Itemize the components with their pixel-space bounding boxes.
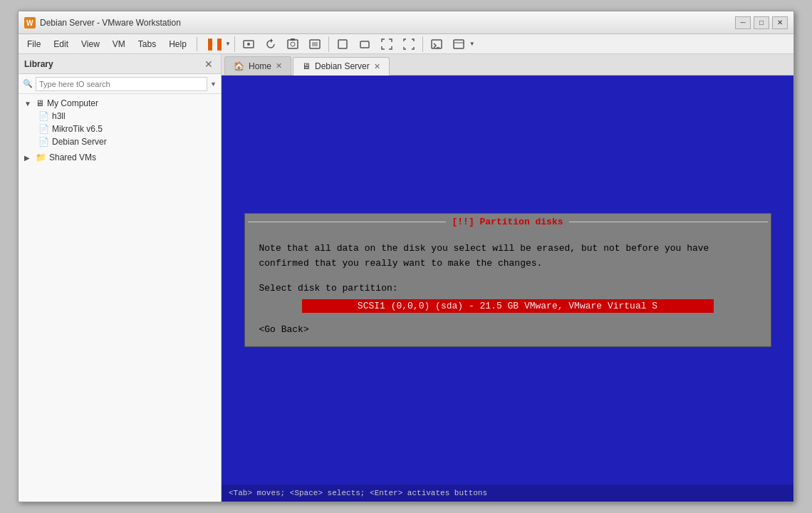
svg-rect-12 <box>432 40 442 48</box>
sidebar-close-button[interactable]: ✕ <box>202 58 215 71</box>
sidebar-header: Library ✕ <box>19 54 221 74</box>
shared-icon: 📁 <box>36 152 46 162</box>
full-screen2-button[interactable] <box>399 34 419 54</box>
expand-icon: ▼ <box>24 100 33 108</box>
dialog-select-prompt: Select disk to partition: <box>259 283 756 294</box>
svg-rect-10 <box>338 40 347 48</box>
search-dropdown-arrow[interactable]: ▼ <box>210 81 217 88</box>
shared-vms-label: Shared VMs <box>49 152 96 162</box>
dialog-disk-option[interactable]: SCSI1 (0,0,0) (sda) - 21.5 GB VMware, VM… <box>302 299 714 313</box>
menu-edit[interactable]: Edit <box>48 37 74 51</box>
vm-label-2: MikroTik v6.5 <box>52 124 103 134</box>
menu-file[interactable]: File <box>21 37 46 51</box>
status-text: <Tab> moves; <Space> selects; <Enter> ac… <box>229 489 487 497</box>
menu-view[interactable]: View <box>76 37 105 51</box>
dialog-content: Note that all data on the disk you selec… <box>245 230 771 346</box>
vm-icon-2: 📄 <box>38 124 49 134</box>
sidebar-item-mikrotik[interactable]: 📄 MikroTik v6.5 <box>19 123 221 135</box>
sidebar-title: Library <box>24 59 53 69</box>
sidebar-tree: ▼ 🖥 My Computer 📄 h3ll 📄 MikroTik v6.5 📄… <box>19 94 221 502</box>
console-button[interactable] <box>427 34 447 54</box>
vm-area: 🏠 Home ✕ 🖥 Debian Server ✕ [!!] Partitio… <box>222 54 793 502</box>
tab-home[interactable]: 🏠 Home ✕ <box>224 56 291 75</box>
svg-point-3 <box>247 43 250 46</box>
svg-text:W: W <box>26 19 33 27</box>
debian-tab-close[interactable]: ✕ <box>374 62 380 71</box>
menu-vm[interactable]: VM <box>107 37 131 51</box>
dialog-title-bar: [!!] Partition disks <box>245 214 771 230</box>
title-line-left <box>248 222 447 222</box>
svg-point-6 <box>291 42 295 46</box>
svg-rect-11 <box>360 41 369 48</box>
status-bar: <Tab> moves; <Space> selects; <Enter> ac… <box>222 484 793 502</box>
window-title: Debian Server - VMware Workstation <box>40 18 735 28</box>
debian-tab-label: Debian Server <box>315 61 370 71</box>
menu-bar: File Edit View VM Tabs Help ❚❚ ▼ <box>19 34 793 54</box>
svg-rect-14 <box>454 40 464 48</box>
my-computer-label: My Computer <box>47 98 98 108</box>
debian-tab-icon: 🖥 <box>302 61 311 71</box>
vm-icon-1: 📄 <box>38 111 49 121</box>
vm-icon-3: 📄 <box>38 137 49 147</box>
partition-dialog: [!!] Partition disks Note that all data … <box>244 213 771 347</box>
snapshot2-button[interactable] <box>305 34 325 54</box>
title-bar: W Debian Server - VMware Workstation ─ □… <box>19 11 793 34</box>
unity-button[interactable] <box>449 34 469 54</box>
svg-rect-9 <box>312 42 318 46</box>
view-dropdown[interactable]: ▼ <box>469 41 475 47</box>
full-screen-button[interactable] <box>377 34 397 54</box>
revert-button[interactable] <box>261 34 281 54</box>
fit-guest-button[interactable] <box>355 34 375 54</box>
search-input[interactable] <box>36 77 207 91</box>
search-icon: 🔍 <box>23 79 33 88</box>
minimize-button[interactable]: ─ <box>735 16 751 29</box>
fit-window-button[interactable] <box>333 34 353 54</box>
vm-console[interactable]: [!!] Partition disks Note that all data … <box>222 76 793 484</box>
menu-help[interactable]: Help <box>163 37 192 51</box>
svg-rect-7 <box>291 38 295 41</box>
toolbar-divider-1 <box>197 37 197 51</box>
tab-debian-server[interactable]: 🖥 Debian Server ✕ <box>293 57 390 76</box>
vm-label-3: Debian Server <box>52 137 107 147</box>
tab-bar: 🏠 Home ✕ 🖥 Debian Server ✕ <box>222 54 793 76</box>
dialog-line1: Note that all data on the disk you selec… <box>259 243 709 254</box>
sidebar-item-debian[interactable]: 📄 Debian Server <box>19 135 221 148</box>
content-area: Library ✕ 🔍 ▼ ▼ 🖥 My Computer 📄 h3ll <box>19 54 793 502</box>
pause-dropdown[interactable]: ▼ <box>225 41 231 47</box>
home-tab-icon: 🏠 <box>234 61 244 71</box>
close-button[interactable]: ✕ <box>772 16 788 29</box>
svg-rect-5 <box>288 40 298 48</box>
shared-expand-icon: ▶ <box>24 154 33 162</box>
computer-icon: 🖥 <box>36 98 44 108</box>
sidebar-search-bar: 🔍 ▼ <box>19 74 221 94</box>
dialog-line2: confirmed that you really want to make t… <box>259 258 543 269</box>
sidebar: Library ✕ 🔍 ▼ ▼ 🖥 My Computer 📄 h3ll <box>19 54 222 502</box>
dialog-back-button[interactable]: <Go Back> <box>259 324 756 335</box>
send-ctrl-alt-del-button[interactable] <box>239 34 259 54</box>
vmware-icon: W <box>24 17 36 28</box>
sidebar-shared-vms[interactable]: ▶ 📁 Shared VMs <box>19 151 221 164</box>
dialog-body: Note that all data on the disk you selec… <box>259 242 756 271</box>
snapshot-button[interactable] <box>283 34 303 54</box>
title-line-right <box>569 222 768 222</box>
sep1 <box>234 36 235 52</box>
sep3 <box>422 36 423 52</box>
sidebar-item-h3ll[interactable]: 📄 h3ll <box>19 110 221 123</box>
home-tab-close[interactable]: ✕ <box>276 61 282 71</box>
sidebar-my-computer[interactable]: ▼ 🖥 My Computer <box>19 97 221 110</box>
sep2 <box>328 36 329 52</box>
svg-marker-4 <box>271 38 273 43</box>
main-window: W Debian Server - VMware Workstation ─ □… <box>18 11 794 502</box>
dialog-title-text: [!!] Partition disks <box>452 217 563 227</box>
vm-label-1: h3ll <box>52 111 66 121</box>
restore-button[interactable]: □ <box>754 16 769 29</box>
menu-tabs[interactable]: Tabs <box>132 37 162 51</box>
pause-button[interactable]: ❚❚ <box>204 34 224 54</box>
window-controls: ─ □ ✕ <box>735 16 788 29</box>
home-tab-label: Home <box>249 61 271 71</box>
